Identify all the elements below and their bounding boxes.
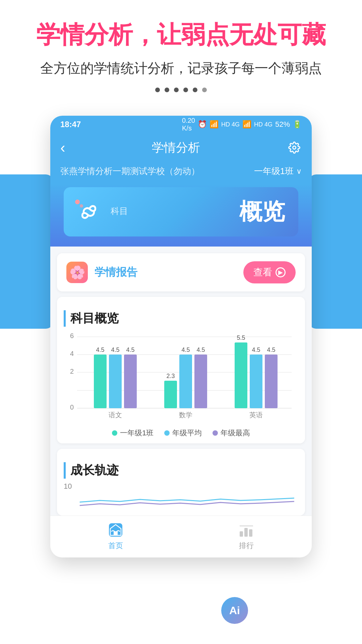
phone-mockup: 18:47 0.20K/s ⏰ 📶 HD 4G 📶 HD 4G 52% 🔋 ‹ …: [50, 116, 312, 557]
status-icons: 0.20K/s ⏰ 📶 HD 4G 📶 HD 4G 52% 🔋: [182, 117, 302, 132]
svg-rect-20: [194, 355, 207, 408]
svg-text:5.5: 5.5: [237, 334, 245, 341]
svg-rect-27: [265, 355, 278, 408]
settings-button[interactable]: [287, 140, 302, 155]
nav-home[interactable]: 首页: [50, 521, 181, 551]
growth-chart-area: [76, 482, 298, 509]
svg-text:4.5: 4.5: [96, 346, 104, 353]
svg-text:数学: 数学: [179, 411, 192, 419]
legend-dot-max: [213, 430, 218, 436]
battery-icon: 🔋: [293, 120, 302, 129]
flower-icon: 🌸: [69, 265, 85, 280]
bottom-navigation: 首页 排行: [50, 516, 312, 557]
home-icon: [107, 521, 124, 539]
app-header: ‹ 学情分析: [50, 133, 312, 162]
svg-rect-36: [249, 529, 252, 537]
growth-section: 成长轨迹 10: [57, 449, 305, 516]
subject-card: 科目 概览: [64, 187, 298, 236]
svg-text:4.5: 4.5: [126, 346, 134, 353]
subject-chart-title: 科目概览: [64, 310, 298, 327]
legend-max: 年级最高: [213, 428, 250, 438]
subject-chart-svg: 6 4 2 0 4.5 4.5: [64, 330, 298, 424]
svg-text:6: 6: [70, 332, 74, 339]
class-selector[interactable]: 一年级1班 ∨: [254, 165, 302, 177]
subject-large-label: 概览: [239, 197, 285, 227]
ai-label: Ai: [221, 597, 248, 624]
rank-label: 排行: [239, 541, 254, 551]
svg-rect-13: [124, 355, 137, 408]
view-report-button[interactable]: 查看 ▶: [243, 261, 296, 283]
header-title: 学情分析: [152, 140, 200, 156]
subject-small-label: 科目: [111, 205, 233, 217]
svg-text:0: 0: [70, 404, 74, 411]
status-time: 18:47: [60, 120, 81, 129]
back-button[interactable]: ‹: [60, 139, 65, 156]
svg-rect-19: [179, 355, 192, 408]
legend-class: 一年级1班: [112, 428, 154, 438]
svg-rect-26: [250, 355, 262, 408]
status-bar: 18:47 0.20K/s ⏰ 📶 HD 4G 📶 HD 4G 52% 🔋: [50, 116, 312, 133]
network-info: 0.20K/s: [182, 117, 195, 132]
promo-title: 学情分析，让弱点无处可藏: [13, 20, 349, 49]
report-title: 学情报告: [95, 265, 243, 280]
svg-text:语文: 语文: [109, 411, 122, 419]
subject-chart-section: 科目概览 6 4 2 0: [57, 297, 305, 443]
network-hd2: HD 4G: [254, 121, 273, 128]
class-name: 一年级1班: [254, 165, 294, 177]
signal-icon: 📶: [242, 120, 251, 129]
home-label: 首页: [108, 541, 123, 551]
report-icon: 🌸: [66, 262, 88, 283]
circle-arrow-icon: ▶: [276, 267, 286, 277]
promo-section: 学情分析，让弱点无处可藏 全方位的学情统计分析，记录孩子每一个薄弱点: [0, 0, 362, 116]
svg-rect-35: [244, 528, 248, 537]
svg-rect-25: [235, 342, 247, 408]
legend-dot-class: [112, 430, 117, 436]
svg-text:4.5: 4.5: [252, 346, 260, 353]
school-name: 张燕学情分析一期测试学校（勿动）: [60, 165, 200, 177]
nav-rank[interactable]: 排行: [181, 521, 312, 551]
growth-title: 成长轨迹: [64, 462, 298, 479]
rank-icon: [238, 521, 255, 539]
wifi-icon: 📶: [209, 120, 219, 129]
svg-point-0: [293, 146, 296, 149]
network-hd: HD 4G: [221, 121, 240, 128]
svg-rect-34: [240, 531, 243, 537]
svg-text:4.5: 4.5: [196, 346, 205, 353]
svg-rect-12: [109, 355, 122, 408]
svg-text:2: 2: [70, 368, 74, 375]
chevron-down-icon: ∨: [296, 167, 302, 176]
subject-chart-area: 6 4 2 0 4.5 4.5: [64, 330, 298, 424]
legend-dot-avg: [164, 430, 170, 436]
svg-text:2.3: 2.3: [166, 373, 175, 379]
svg-text:4.5: 4.5: [181, 346, 190, 353]
svg-text:4: 4: [70, 350, 74, 357]
svg-text:英语: 英语: [249, 411, 263, 419]
svg-rect-11: [94, 355, 107, 408]
school-bar: 张燕学情分析一期测试学校（勿动） 一年级1班 ∨: [50, 162, 312, 184]
alarm-icon: ⏰: [198, 120, 207, 129]
legend-avg: 年级平均: [164, 428, 202, 438]
svg-rect-18: [164, 381, 177, 408]
svg-text:4.5: 4.5: [267, 346, 275, 353]
promo-subtitle: 全方位的学情统计分析，记录孩子每一个薄弱点: [13, 59, 349, 77]
dots-indicator: [13, 88, 349, 92]
report-card: 🌸 学情报告 查看 ▶: [57, 253, 305, 291]
chart-legend: 一年级1班 年级平均 年级最高: [64, 428, 298, 438]
battery-level: 52%: [275, 120, 290, 129]
svg-text:4.5: 4.5: [111, 346, 119, 353]
